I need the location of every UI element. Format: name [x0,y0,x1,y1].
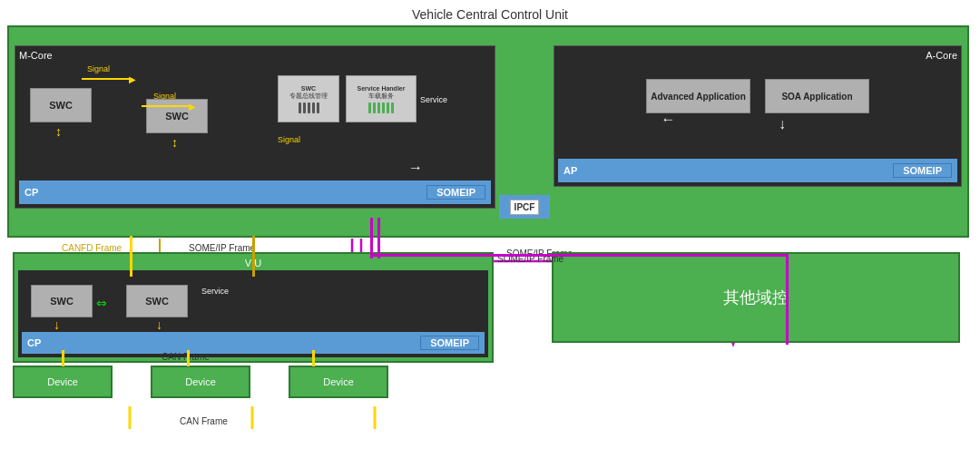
can-frame-label: CAN Frame [180,416,228,426]
mcore-box: M-Core Signal Signal Signal SWC ↕ [15,45,495,209]
diagram-container: Vehicle Central Control Unit CANFD Frame… [0,0,980,468]
cp-label-mcore: CP [24,187,38,198]
white-arrow-soa-app: ↓ [779,116,786,132]
white-arrow-adv-app: ↓ [661,116,677,123]
white-service-arrow: → [408,160,423,176]
viu-swc-row: SWC ⇔ SWC ↓ ↓ Service [22,274,485,328]
cp-bar-mcore: CP SOMEIP [19,180,491,204]
viu-service-label: Service [201,287,229,296]
purple-horizontal [370,254,788,257]
advanced-app: Advanced Application [646,79,750,113]
handler-title1: SWC [301,85,316,92]
viu-cp-bar: CP SOMEIP [22,332,485,354]
handler-subtitle1: 专题总线管理 [289,92,328,101]
ipcf-area: IPCF [499,195,550,219]
page-title: Vehicle Central Control Unit [7,7,973,22]
signal-bot-label: Signal [278,135,300,144]
purple-vertical-right [786,254,789,345]
device-2: Device [151,366,250,398]
swc2-up-arrow: ↕ [172,135,178,150]
yellow-line-1 [130,236,132,277]
full-diagram: CANFD Frame SOME/IP Frame SOME/IP Frame … [7,25,969,468]
ap-bar: AP SOMEIP [558,159,957,182]
viu-swc2-arrow: ↓ [156,317,162,332]
devices-row: Device Device Device [13,366,388,398]
someip-frame-label-1: SOME/IP Frame [189,243,255,253]
viu-cp-label: CP [27,337,41,348]
viu-swc1-arrow: ↓ [54,317,60,332]
can-frame-label: CAN Frame [162,352,210,362]
yellow-device-line-3 [312,350,315,366]
signal-arrow-2: ▶ [142,105,192,107]
handler-lines [299,102,319,113]
purple-line-1 [370,218,373,258]
yellow-device-line-2 [187,350,190,366]
device-1: Device [13,366,113,398]
viu-swc-1: SWC [31,285,93,317]
signal-top-label: Signal [87,64,110,73]
ap-label: AP [564,165,577,176]
swc1-up-arrow: ↕ [55,124,62,139]
yellow-device-line-1 [62,350,64,366]
handler-subtitle2: 车载服务 [368,92,394,101]
signal-arrow-1: ▶ [82,78,132,80]
swc-handler-box: SWC 专题总线管理 [278,75,339,122]
someip-acore: SOMEIP [893,163,952,178]
device-3: Device [289,366,388,398]
other-domain-label: 其他域控 [723,287,789,308]
soa-app: SOA Application [765,79,869,113]
vccu-box: M-Core Signal Signal Signal SWC ↕ [7,25,969,238]
viu-double-arrow: ⇔ [96,296,107,310]
service-handler-box: Service Handler 车载服务 [346,75,416,122]
handler-title2: Service Handler [358,85,406,92]
swc-2: SWC [146,99,208,133]
viu-dark-area: SWC ⇔ SWC ↓ ↓ Service CP [18,270,488,357]
other-domain-box: 其他域控 [552,252,960,343]
acore-label: A-Core [558,50,957,61]
viu-someip: SOMEIP [420,336,479,350]
acore-apps-area: Advanced Application SOA Application [558,79,957,113]
swc-1: SWC [30,88,92,122]
yellow-line-2 [252,236,255,277]
canfd-frame-label: CANFD Frame [62,243,122,253]
handler2-lines [368,102,394,113]
someip-mcore: SOMEIP [426,185,485,200]
purple-line-2 [377,218,380,258]
mcore-label: M-Core [19,50,491,61]
acore-box: A-Core Advanced Application SOA Applicat… [554,45,962,187]
service-label-mcore: Service [420,95,447,104]
ipcf-label: IPCF [510,200,540,215]
viu-swc-2: SWC [126,285,188,317]
